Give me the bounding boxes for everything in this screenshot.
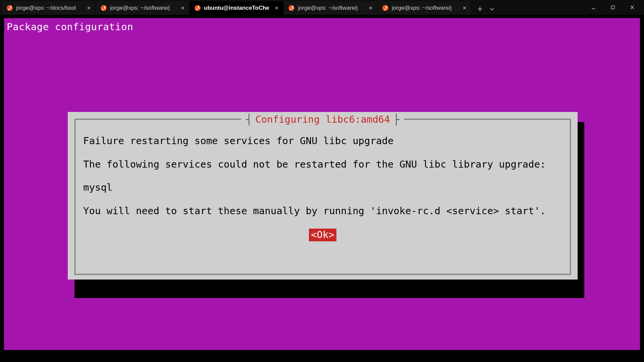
close-icon[interactable]: ✕ [275, 5, 279, 11]
tab-3[interactable]: jorge@xps: ~/software/j ✕ [284, 1, 378, 15]
ubuntu-icon [7, 5, 13, 11]
maximize-button[interactable] [603, 0, 623, 15]
title-bracket-right: ├ [393, 115, 399, 125]
ubuntu-icon [195, 5, 201, 11]
tab-4[interactable]: jorge@xps: ~/software/j ✕ [378, 1, 472, 15]
new-tab-button[interactable] [474, 3, 486, 15]
page-header: Package configuration [7, 21, 133, 34]
tab-1[interactable]: jorge@xps: ~/software/j ✕ [96, 1, 190, 15]
window-titlebar: jorge@xps: ~/docs/bool ✕ jorge@xps: ~/so… [0, 0, 644, 15]
close-icon[interactable]: ✕ [87, 5, 91, 11]
tab-title: jorge@xps: ~/software/j [392, 5, 459, 11]
ubuntu-icon [101, 5, 107, 11]
close-icon[interactable]: ✕ [181, 5, 185, 11]
dialog-title-text: Configuring libc6:amd64 [255, 113, 390, 126]
dialog-line-3: You will need to start these manually by… [83, 205, 562, 218]
tab-title: jorge@xps: ~/software/j [110, 5, 177, 11]
dialog-line-2: mysql [83, 181, 562, 194]
config-dialog: ┤ Configuring libc6:amd64 ├ Failure rest… [68, 112, 578, 280]
dialog-body: Failure restarting some services for GNU… [83, 135, 562, 228]
terminal-surface[interactable]: Package configuration ┤ Configuring libc… [4, 18, 640, 350]
minimize-button[interactable] [584, 0, 603, 15]
terminal-viewport: Package configuration ┤ Configuring libc… [0, 15, 644, 354]
dialog-title: ┤ Configuring libc6:amd64 ├ [241, 113, 404, 126]
tab-title: jorge@xps: ~/docs/bool [16, 5, 84, 11]
dialog-title-wrap: ┤ Configuring libc6:amd64 ├ [68, 113, 578, 126]
title-bracket-left: ┤ [246, 115, 252, 125]
window-controls [584, 0, 642, 15]
tab-0[interactable]: jorge@xps: ~/docs/bool ✕ [2, 1, 96, 15]
tab-controls [472, 3, 498, 15]
tab-2[interactable]: ubuntu@instanceToChe ✕ [190, 1, 284, 15]
tab-title: ubuntu@instanceToChe [204, 5, 271, 11]
tab-strip: jorge@xps: ~/docs/bool ✕ jorge@xps: ~/so… [2, 0, 584, 15]
close-icon[interactable]: ✕ [463, 5, 467, 11]
svg-rect-0 [611, 6, 614, 9]
taskbar [0, 354, 644, 362]
close-window-button[interactable] [623, 0, 642, 15]
ubuntu-icon [382, 5, 388, 11]
ok-button[interactable]: <Ok> [309, 229, 336, 241]
dialog-line-1: The following services could not be rest… [83, 158, 562, 171]
dialog-ok-wrap: <Ok> [68, 229, 578, 241]
dialog-border-right [570, 119, 571, 275]
dialog-border-left [74, 119, 75, 275]
ubuntu-icon [288, 5, 294, 11]
tab-dropdown-button[interactable] [486, 3, 498, 15]
close-icon[interactable]: ✕ [369, 5, 373, 11]
dialog-line-0: Failure restarting some services for GNU… [83, 135, 562, 147]
tab-title: jorge@xps: ~/software/j [298, 5, 365, 11]
dialog-border-bottom [74, 274, 571, 275]
